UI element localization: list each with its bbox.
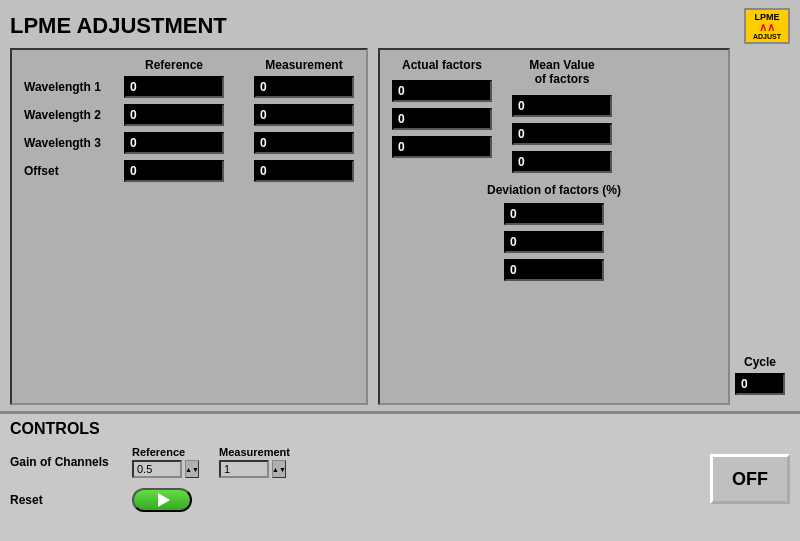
wavelength3-ref[interactable]: 0 xyxy=(124,132,224,154)
deviation-label: Deviation of factors (%) xyxy=(487,183,621,197)
controls-content: Gain of Channels Reference ▲▼ xyxy=(10,446,790,512)
bottom-section: CONTROLS Gain of Channels Reference ▲▼ xyxy=(0,411,800,541)
deviation-2[interactable]: 0 xyxy=(504,259,604,281)
top-section: Reference Measurement Wavelength 1 0 0 W… xyxy=(0,48,800,411)
cycle-label: Cycle xyxy=(744,355,776,369)
meas-spin-arrows-icon: ▲▼ xyxy=(272,466,286,473)
right-top: Actual factors 0 0 0 Mean Valueof factor… xyxy=(392,58,716,173)
wavelength2-meas[interactable]: 0 xyxy=(254,104,354,126)
cycle-value[interactable]: 0 xyxy=(735,373,785,395)
actual-factor-2[interactable]: 0 xyxy=(392,136,492,158)
meas-gain-field-row: ▲▼ xyxy=(219,460,286,478)
wavelength3-meas[interactable]: 0 xyxy=(254,132,354,154)
controls-title: CONTROLS xyxy=(10,420,790,438)
wavelength1-fields: 0 0 xyxy=(124,76,354,98)
offset-label: Offset xyxy=(24,164,124,178)
cycle-container: Cycle 0 xyxy=(730,48,790,405)
deviation-fields: 0 0 0 xyxy=(504,203,604,281)
meas-gain-input[interactable] xyxy=(219,460,269,478)
reset-row: Reset xyxy=(10,488,290,512)
wavelength2-label: Wavelength 2 xyxy=(24,108,124,122)
logo-wave: ∧∧ xyxy=(759,22,775,33)
wavelength1-label: Wavelength 1 xyxy=(24,80,124,94)
left-panel: Reference Measurement Wavelength 1 0 0 W… xyxy=(10,48,368,405)
gain-fields: Reference ▲▼ Measurement xyxy=(132,446,290,478)
mean-value-0[interactable]: 0 xyxy=(512,95,612,117)
ref-gain-col: Reference ▲▼ xyxy=(132,446,199,478)
mean-value-1[interactable]: 0 xyxy=(512,123,612,145)
controls-left: Gain of Channels Reference ▲▼ xyxy=(10,446,290,512)
page-title: LPME ADJUSTMENT xyxy=(10,13,227,39)
meas-gain-col: Measurement ▲▼ xyxy=(219,446,290,478)
meas-gain-header: Measurement xyxy=(219,446,290,458)
offset-meas[interactable]: 0 xyxy=(254,160,354,182)
wavelength1-ref[interactable]: 0 xyxy=(124,76,224,98)
header: LPME ADJUSTMENT LPME ∧∧ ADJUST xyxy=(0,0,800,48)
mean-value-header: Mean Valueof factors xyxy=(512,58,612,87)
actual-factor-0[interactable]: 0 xyxy=(392,80,492,102)
reset-button[interactable] xyxy=(132,488,192,512)
wavelength3-row: Wavelength 3 0 0 xyxy=(24,132,354,154)
deviation-0[interactable]: 0 xyxy=(504,203,604,225)
offset-ref[interactable]: 0 xyxy=(124,160,224,182)
meas-col-header: Measurement xyxy=(254,58,354,72)
deviation-section: Deviation of factors (%) 0 0 0 xyxy=(392,183,716,281)
gain-label: Gain of Channels xyxy=(10,455,120,469)
left-col-headers: Reference Measurement xyxy=(124,58,354,72)
wavelength3-fields: 0 0 xyxy=(124,132,354,154)
actual-factors-col: Actual factors 0 0 0 xyxy=(392,58,492,173)
wavelength1-row: Wavelength 1 0 0 xyxy=(24,76,354,98)
logo-sub-text: ADJUST xyxy=(753,33,781,40)
spin-arrows-icon: ▲▼ xyxy=(185,466,199,473)
wavelength1-meas[interactable]: 0 xyxy=(254,76,354,98)
main-container: LPME ADJUSTMENT LPME ∧∧ ADJUST Reference… xyxy=(0,0,800,541)
top-right-area: Actual factors 0 0 0 Mean Valueof factor… xyxy=(378,48,790,405)
ref-gain-spinner[interactable]: ▲▼ xyxy=(185,460,199,478)
logo: LPME ∧∧ ADJUST xyxy=(744,8,790,44)
reset-label: Reset xyxy=(10,493,120,507)
offset-fields: 0 0 xyxy=(124,160,354,182)
ref-col-header: Reference xyxy=(124,58,224,72)
mean-value-col: Mean Valueof factors 0 0 0 xyxy=(512,58,612,173)
wavelength2-ref[interactable]: 0 xyxy=(124,104,224,126)
ref-gain-field-row: ▲▼ xyxy=(132,460,199,478)
right-panel: Actual factors 0 0 0 Mean Valueof factor… xyxy=(378,48,730,405)
play-icon xyxy=(158,493,170,507)
gain-row: Gain of Channels Reference ▲▼ xyxy=(10,446,290,478)
wavelength3-label: Wavelength 3 xyxy=(24,136,124,150)
mean-value-2[interactable]: 0 xyxy=(512,151,612,173)
wavelength2-row: Wavelength 2 0 0 xyxy=(24,104,354,126)
ref-gain-header: Reference xyxy=(132,446,185,458)
wavelength2-fields: 0 0 xyxy=(124,104,354,126)
ref-gain-input[interactable] xyxy=(132,460,182,478)
off-button[interactable]: OFF xyxy=(710,454,790,504)
meas-gain-spinner[interactable]: ▲▼ xyxy=(272,460,286,478)
offset-row: Offset 0 0 xyxy=(24,160,354,182)
deviation-1[interactable]: 0 xyxy=(504,231,604,253)
actual-factor-1[interactable]: 0 xyxy=(392,108,492,130)
actual-factors-header: Actual factors xyxy=(392,58,492,72)
